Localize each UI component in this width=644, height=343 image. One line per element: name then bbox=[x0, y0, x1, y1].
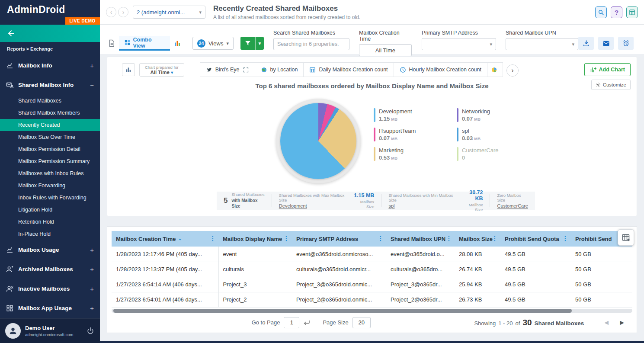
col-prohibit-send-quota[interactable]: Prohibit Send Quota⋮ bbox=[500, 231, 571, 247]
tab-hourly-creation-count[interactable]: Hourly Mailbox Creation count bbox=[394, 62, 487, 77]
col-mailbox-creation-time[interactable]: Mailbox Creation Time⋮ bbox=[112, 231, 218, 247]
column-menu-icon[interactable]: ⋮ bbox=[492, 235, 498, 242]
tab-by-location[interactable]: by Location bbox=[255, 62, 304, 77]
sidebar-subitem-recently-created[interactable]: Recently Created bbox=[0, 119, 100, 131]
table-row[interactable]: 1/27/2023 6:54:01 AM (406 days... Projec… bbox=[112, 292, 632, 307]
help-button[interactable]: ? bbox=[611, 6, 622, 18]
column-menu-icon[interactable]: ⋮ bbox=[283, 235, 289, 242]
legend-item[interactable]: spl 0.03MB bbox=[457, 128, 525, 141]
sidebar-subitem-mailbox-forwarding[interactable]: Mailbox Forwarding bbox=[0, 180, 100, 192]
enter-icon[interactable] bbox=[303, 319, 311, 327]
email-report-button[interactable] bbox=[598, 37, 614, 50]
tabs-scroll-next-button[interactable]: › bbox=[506, 64, 519, 77]
col-shared-mailbox-upn[interactable]: Shared Mailbox UPN⋮ bbox=[386, 231, 455, 247]
horizontal-scrollbar[interactable] bbox=[112, 309, 632, 313]
prev-page-button[interactable]: ◄ bbox=[603, 319, 610, 327]
filter-dropdown-button[interactable]: ▼ bbox=[255, 37, 264, 50]
filter-button[interactable] bbox=[240, 37, 255, 50]
sidebar-subitem-mailbox-permission-summary[interactable]: Mailbox Permission Summary bbox=[0, 155, 100, 167]
sidebar-subitem-shared-mailbox-members[interactable]: Shared Mailbox Members bbox=[0, 107, 100, 119]
pie-chart[interactable] bbox=[280, 103, 356, 179]
collapse-toggle[interactable]: − bbox=[90, 81, 94, 89]
expand-toggle[interactable]: + bbox=[90, 62, 94, 69]
column-chooser-button[interactable] bbox=[618, 229, 634, 246]
tab-pie-chart[interactable] bbox=[487, 62, 503, 77]
tab-daily-creation-count[interactable]: Daily Mailbox Creation count bbox=[304, 62, 394, 77]
summary-min: Shared Mailboxes with Min Mailbox Size s… bbox=[381, 194, 490, 207]
sidebar-item-mailbox-usage[interactable]: Mailbox Usage + bbox=[0, 240, 100, 260]
chart-type-button[interactable] bbox=[122, 63, 135, 76]
global-search-button[interactable] bbox=[595, 6, 607, 18]
chart-period-dropdown[interactable]: Chart prepared for All Time ▾ bbox=[139, 63, 184, 77]
expand-toggle[interactable]: + bbox=[90, 305, 94, 312]
tenant-selector-value: 2 (admeight.onmi... bbox=[137, 9, 185, 16]
sidebar-subitem-inbox-rules-with-forwarding[interactable]: Inbox Rules with Forwarding bbox=[0, 192, 100, 204]
summary-view-button[interactable] bbox=[106, 38, 117, 49]
shared-upn-select[interactable]: ▾ bbox=[506, 38, 578, 50]
expand-toggle[interactable]: + bbox=[90, 285, 94, 292]
next-page-button[interactable]: ► bbox=[618, 319, 625, 327]
tab-combo-view[interactable]: Combo View bbox=[119, 36, 170, 51]
legend-item[interactable]: ITsupportTeam 0.07MB bbox=[374, 128, 442, 141]
expand-toggle[interactable]: + bbox=[90, 246, 94, 253]
search-label: Search Shared Mailboxes bbox=[273, 30, 349, 36]
legend-item[interactable]: CustomerCare 0 bbox=[457, 147, 525, 161]
history-back-button[interactable]: ‹ bbox=[106, 7, 116, 17]
apps-button[interactable] bbox=[626, 6, 638, 18]
legend-item[interactable]: Networking 0.07MB bbox=[457, 108, 525, 122]
summary-zero-link[interactable]: CustomerCare bbox=[497, 203, 528, 208]
search-input[interactable] bbox=[273, 38, 349, 50]
expand-icon[interactable] bbox=[243, 67, 249, 73]
sidebar-item-inactive-mailboxes[interactable]: Inactive Mailboxes + bbox=[0, 279, 100, 298]
customize-button[interactable]: Customize bbox=[591, 80, 631, 90]
summary-max-value: 1.15 MB bbox=[352, 192, 374, 199]
breadcrumb: Reports > Exchange bbox=[0, 42, 100, 56]
sidebar-item-shared-mailbox-info[interactable]: Shared Mailbox Info − bbox=[0, 75, 100, 95]
sidebar-item-archived-mailboxes[interactable]: Archived Mailboxes + bbox=[0, 260, 100, 279]
col-mailbox-display-name[interactable]: Mailbox Display Name⋮ bbox=[218, 231, 292, 247]
table-row[interactable]: 1/28/2023 12:13:37 PM (405 day... cultur… bbox=[112, 262, 632, 277]
history-forward-button[interactable]: › bbox=[118, 7, 128, 17]
scrollbar-thumb[interactable] bbox=[113, 309, 572, 313]
sidebar-subitem-mailbox-permission-detail[interactable]: Mailbox Permission Detail bbox=[0, 143, 100, 155]
sidebar-item-mailbox-info[interactable]: Mailbox Info + bbox=[0, 56, 100, 75]
sidebar-subitem-mailbox-size-over-time[interactable]: Mailbox Size Over Time bbox=[0, 131, 100, 143]
column-menu-icon[interactable]: ⋮ bbox=[378, 235, 384, 242]
table-row[interactable]: 1/27/2023 6:54:14 AM (406 days... Projec… bbox=[112, 277, 632, 292]
expand-toggle[interactable]: + bbox=[90, 266, 94, 273]
tenant-selector[interactable]: 2 (admeight.onmi... ▾ bbox=[133, 6, 205, 19]
sort-desc-icon[interactable] bbox=[178, 237, 183, 242]
legend-item[interactable]: Development 1.15MB bbox=[374, 108, 442, 122]
page-size-input[interactable] bbox=[352, 317, 371, 328]
mail-icon bbox=[602, 40, 610, 47]
sidebar-subitem-mailboxes-with-inbox-rules[interactable]: Mailboxes with Inbox Rules bbox=[0, 167, 100, 180]
creation-time-filter[interactable]: All Time bbox=[359, 44, 412, 56]
sidebar-subitem-retention-hold[interactable]: Retention Hold bbox=[0, 216, 100, 228]
col-mailbox-size[interactable]: Mailbox Size⋮ bbox=[455, 231, 500, 247]
export-button[interactable] bbox=[578, 37, 594, 50]
views-dropdown[interactable]: 24 Views ▾ bbox=[192, 37, 234, 50]
sidebar-subitem-litigation-hold[interactable]: Litigation Hold bbox=[0, 204, 100, 216]
sidebar-subitem-shared-mailboxes[interactable]: Shared Mailboxes bbox=[0, 95, 100, 107]
column-menu-icon[interactable]: ⋮ bbox=[210, 235, 216, 242]
table-row[interactable]: 1/28/2023 12:17:46 PM (405 day... event … bbox=[112, 247, 632, 262]
sidebar-subitem-in-place-hold[interactable]: In-Place Hold bbox=[0, 228, 100, 240]
col-primary-smtp-address[interactable]: Primary SMTP Address⋮ bbox=[292, 231, 386, 247]
summary-min-link[interactable]: spl bbox=[388, 203, 457, 208]
schedule-button[interactable] bbox=[618, 37, 634, 50]
column-menu-icon[interactable]: ⋮ bbox=[562, 235, 568, 242]
primary-smtp-select[interactable]: ▾ bbox=[422, 38, 496, 50]
add-chart-button[interactable]: Add Chart bbox=[584, 63, 631, 76]
tab-label: Hourly Mailbox Creation count bbox=[409, 67, 481, 73]
power-icon[interactable] bbox=[86, 327, 95, 335]
chart-view-button[interactable] bbox=[172, 38, 183, 49]
tab-birds-eye[interactable]: Bird's Eye bbox=[200, 62, 255, 77]
legend-item[interactable]: Marketing 0.53MB bbox=[374, 147, 442, 161]
add-chart-label: Add Chart bbox=[599, 67, 625, 73]
back-button[interactable] bbox=[0, 25, 100, 42]
go-to-page-input[interactable] bbox=[284, 317, 299, 328]
column-menu-icon[interactable]: ⋮ bbox=[446, 235, 452, 242]
summary-count-value: 5 bbox=[224, 196, 227, 205]
sidebar-item-mailbox-app-usage[interactable]: Mailbox App Usage + bbox=[0, 298, 100, 318]
summary-max-link[interactable]: Development bbox=[279, 203, 349, 208]
